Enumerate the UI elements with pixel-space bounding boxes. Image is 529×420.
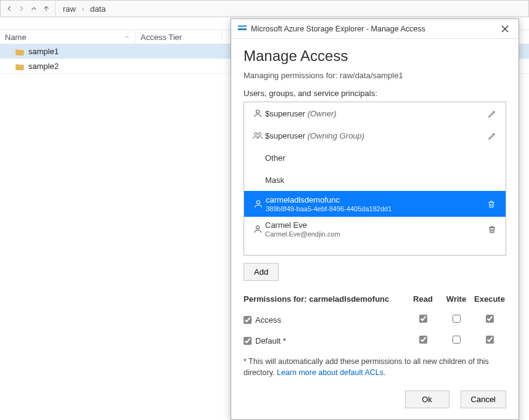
sort-asc-icon <box>124 33 130 42</box>
edit-button[interactable] <box>485 109 499 118</box>
breadcrumb-part[interactable]: data <box>88 4 108 14</box>
principals-label: Users, groups, and service principals: <box>244 89 506 98</box>
principal-name: carmeladlsdemofunc <box>266 195 484 204</box>
folder-icon <box>15 47 25 56</box>
perm-row-access: Access <box>244 310 506 327</box>
svg-rect-1 <box>238 28 247 30</box>
delete-button[interactable] <box>485 225 499 234</box>
perm-row-label: Default * <box>255 336 286 345</box>
principal-row[interactable]: Other <box>244 147 506 169</box>
chevron-right-icon: › <box>78 6 88 12</box>
ok-button[interactable]: Ok <box>405 390 449 408</box>
principal-name: $superuser <box>265 131 305 140</box>
svg-point-6 <box>256 226 259 229</box>
access-checkbox[interactable] <box>244 316 252 324</box>
user-icon <box>250 224 265 234</box>
default-write-checkbox[interactable] <box>453 336 461 344</box>
app-icon <box>237 23 247 34</box>
column-label: Access Tier <box>141 33 182 42</box>
access-write-checkbox[interactable] <box>453 315 461 323</box>
column-header-name[interactable]: Name <box>0 30 136 44</box>
principals-list: $superuser (Owner) $superuser (Owning Gr… <box>244 102 506 256</box>
principal-role: (Owning Group) <box>308 131 364 140</box>
svg-point-2 <box>256 110 259 113</box>
breadcrumb-part[interactable]: raw <box>60 4 78 14</box>
default-checkbox[interactable] <box>244 337 252 345</box>
default-execute-checkbox[interactable] <box>486 336 494 344</box>
principal-role: (Owner) <box>308 109 337 118</box>
user-icon <box>251 199 266 209</box>
perm-col-write: Write <box>440 294 473 304</box>
perm-col-execute: Execute <box>473 294 506 304</box>
folder-icon <box>15 62 25 71</box>
principal-row[interactable]: $superuser (Owning Group) <box>244 124 506 147</box>
column-label: Name <box>5 33 27 42</box>
principal-name: Other <box>265 153 499 163</box>
column-header-tier[interactable]: Access Tier <box>136 30 222 44</box>
principal-name: Mask <box>265 176 499 185</box>
principal-row[interactable]: carmeladlsdemofunc 389b8f49-baa5-4ebf-84… <box>244 191 506 217</box>
dialog-titlebar: Microsoft Azure Storage Explorer - Manag… <box>231 19 519 39</box>
group-icon <box>250 131 265 140</box>
folder-name: sample1 <box>28 47 59 56</box>
svg-rect-0 <box>238 25 247 27</box>
perm-row-label: Access <box>255 315 281 325</box>
default-read-checkbox[interactable] <box>419 336 427 344</box>
close-button[interactable] <box>498 22 512 36</box>
svg-point-3 <box>255 132 258 135</box>
principal-name: Carmel Eve <box>265 220 485 230</box>
user-icon <box>250 108 265 118</box>
breadcrumb-path[interactable]: raw › data <box>55 1 526 17</box>
principal-row[interactable]: Carmel Eve Carmel.Eve@endjin.com <box>244 217 506 241</box>
perm-row-default: Default * <box>244 331 506 348</box>
dialog-heading: Manage Access <box>244 47 506 65</box>
permissions-title: Permissions for: carmeladlsdemofunc <box>244 294 406 304</box>
footnote: * This will automatically add these perm… <box>244 357 506 378</box>
principal-row[interactable]: $superuser (Owner) <box>244 102 506 124</box>
add-button[interactable]: Add <box>244 263 279 281</box>
principal-row[interactable]: Mask <box>244 169 506 191</box>
access-read-checkbox[interactable] <box>419 315 427 323</box>
access-execute-checkbox[interactable] <box>486 315 494 323</box>
edit-button[interactable] <box>485 131 499 140</box>
dialog-title: Microsoft Azure Storage Explorer - Manag… <box>251 25 425 33</box>
breadcrumb-bar: raw › data <box>0 0 529 17</box>
manage-access-dialog: Microsoft Azure Storage Explorer - Manag… <box>231 18 519 420</box>
nav-back-icon[interactable] <box>3 2 15 15</box>
svg-point-5 <box>256 201 260 204</box>
cancel-button[interactable]: Cancel <box>461 390 506 408</box>
principal-subtext: Carmel.Eve@endjin.com <box>265 230 485 238</box>
nav-forward-icon[interactable] <box>15 2 28 15</box>
delete-button[interactable] <box>484 200 499 209</box>
learn-more-link[interactable]: Learn more about default ACLs. <box>277 368 386 377</box>
folder-name: sample2 <box>28 62 59 71</box>
principal-subtext: 389b8f49-baa5-4ebf-8496-4405da182dd1 <box>266 205 484 212</box>
svg-point-4 <box>258 132 261 135</box>
dialog-subheading: Managing permissions for: raw/data/sampl… <box>244 71 506 80</box>
nav-collapse-icon[interactable] <box>28 2 40 15</box>
principal-name: $superuser <box>265 109 305 118</box>
nav-up-icon[interactable] <box>40 2 52 15</box>
perm-col-read: Read <box>406 294 440 304</box>
